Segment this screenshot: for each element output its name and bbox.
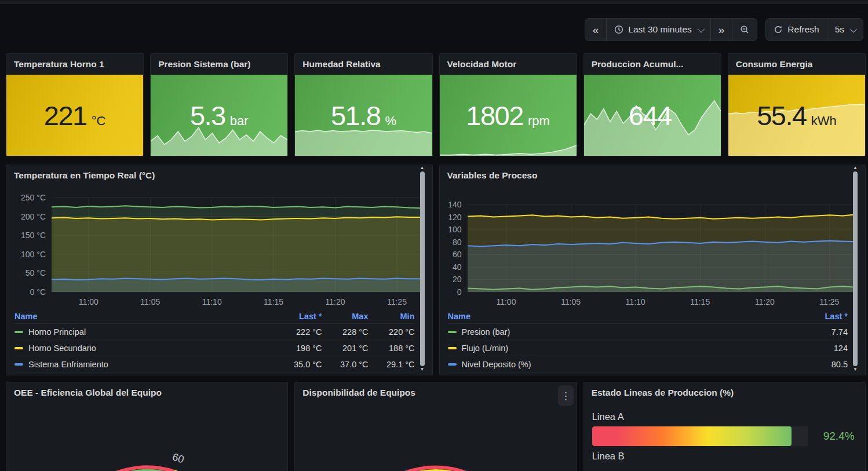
legend-series-name[interactable]: Flujo (L/min) <box>448 344 802 353</box>
x-axis-tick-label: 11:15 <box>690 297 710 306</box>
legend-series-name[interactable]: Horno Principal <box>14 327 276 337</box>
y-axis-tick-label: 140 <box>448 200 461 209</box>
scrollbar-thumb[interactable] <box>853 171 858 366</box>
stat-number: 1802 <box>466 102 523 129</box>
scrollbar-thumb[interactable] <box>420 171 425 366</box>
y-axis-tick-label: 150 °C <box>21 231 46 240</box>
legend-header-col[interactable]: Max <box>322 312 369 321</box>
stat-value: 221 °C <box>44 102 106 129</box>
stat-number: 221 <box>44 102 87 129</box>
timeseries-row: Temperatura en Tiempo Real (°C) 250 °C20… <box>6 165 866 375</box>
panel-title[interactable]: Disponibilidad de Equipos <box>295 382 576 403</box>
panel-title[interactable]: Presion Sistema (bar) <box>151 54 287 75</box>
gauge-panel-oee: OEE - Eficiencia Global del Equipo 60 <box>6 382 288 471</box>
y-axis-tick-label: 200 °C <box>21 212 46 221</box>
legend-header: NameLast *MaxMin <box>14 309 415 324</box>
stat-unit: rpm <box>528 114 550 129</box>
legend-row: Sistema Enfriamiento35.0 °C37.0 °C29.1 °… <box>14 356 415 373</box>
stat-value: 51.8 % <box>331 102 396 129</box>
scroll-down-icon[interactable]: ▼ <box>853 367 858 373</box>
legend-series-swatch-icon[interactable] <box>448 331 457 333</box>
panel-title[interactable]: Variables de Proceso <box>440 165 866 186</box>
legend-header-name[interactable]: Name <box>448 312 802 321</box>
x-axis-tick-label: 11:25 <box>819 297 839 306</box>
legend-series-name[interactable]: Horno Secundario <box>14 344 276 353</box>
legend-series-name[interactable]: Presion (bar) <box>448 327 802 337</box>
legend-series-name[interactable]: Sistema Enfriamiento <box>14 360 276 369</box>
refresh-interval-dropdown[interactable]: 5s <box>827 19 863 41</box>
stat-unit: kWh <box>811 114 837 129</box>
stat-body: 55.4 kWh <box>728 75 865 156</box>
bar-fill <box>592 426 792 446</box>
time-shift-back-button[interactable]: « <box>585 19 607 41</box>
top-nav-strip <box>0 0 868 4</box>
panel-title[interactable]: Estado Lineas de Produccion (%) <box>584 382 865 403</box>
refresh-button[interactable]: Refresh <box>766 19 826 41</box>
stat-number: 55.4 <box>757 102 806 129</box>
legend-series-swatch-icon[interactable] <box>448 347 457 349</box>
time-controls-group: « Last 30 minutes » <box>585 18 758 41</box>
legend-series-swatch-icon[interactable] <box>448 363 457 366</box>
legend-value: 124 <box>801 344 848 353</box>
legend-value: 198 °C <box>276 344 322 353</box>
legend-row: Presion (bar)7.74 <box>448 324 848 340</box>
stat-unit: bar <box>230 114 249 129</box>
chevrons-right-icon: » <box>719 24 725 35</box>
refresh-interval-value: 5s <box>835 24 844 35</box>
y-axis-tick-label: 50 °C <box>25 268 46 278</box>
stat-panel-produccion: Produccion Acumul... 644 <box>583 53 721 156</box>
scroll-up-icon[interactable]: ▲ <box>420 165 425 171</box>
stat-number: 51.8 <box>331 102 380 129</box>
legend-value: 35.0 °C <box>276 360 322 369</box>
bar-value: 92.4% <box>823 430 855 443</box>
refresh-icon <box>774 25 783 34</box>
timeseries-panel-variables: Variables de Proceso 1401201008060402001… <box>439 165 866 375</box>
stat-panel-consumo: Consumo Energia 55.4 kWh <box>728 53 866 156</box>
stat-body: 51.8 % <box>295 75 432 156</box>
legend-header-col[interactable]: Min <box>369 312 415 321</box>
y-axis-tick-label: 120 <box>448 213 461 222</box>
legend-header-col[interactable]: Last * <box>801 312 848 321</box>
panel-title[interactable]: Velocidad Motor <box>440 54 577 75</box>
legend-series-swatch-icon[interactable] <box>14 331 23 333</box>
panel-title[interactable]: Humedad Relativa <box>295 54 432 75</box>
scroll-up-icon[interactable]: ▲ <box>853 165 858 171</box>
legend-series-swatch-icon[interactable] <box>14 363 23 366</box>
time-range-picker[interactable]: Last 30 minutes <box>606 19 710 41</box>
panel-title[interactable]: Temperatura Horno 1 <box>6 54 143 75</box>
panel-title[interactable]: Consumo Energia <box>728 54 865 75</box>
time-shift-forward-button[interactable]: » <box>710 19 732 41</box>
legend-scrollbar[interactable]: ▲ ▼ <box>420 165 425 373</box>
legend-series-swatch-icon[interactable] <box>14 347 23 349</box>
y-axis-tick-label: 0 °C <box>30 287 46 297</box>
legend-value: 7.74 <box>801 327 848 337</box>
stat-number: 644 <box>629 102 672 129</box>
scroll-down-icon[interactable]: ▼ <box>420 367 425 373</box>
stat-panel-row: Temperatura Horno 1 221 °C Presion Siste… <box>6 53 866 156</box>
y-axis-tick-label: 20 <box>453 275 462 284</box>
legend-scrollbar[interactable]: ▲ ▼ <box>852 165 858 373</box>
panel-title[interactable]: Produccion Acumul... <box>584 54 721 75</box>
legend-row: Horno Principal222 °C228 °C220 °C <box>14 324 415 340</box>
legend-table: NameLast *MaxMinHorno Principal222 °C228… <box>14 309 415 374</box>
stat-body: 1802 rpm <box>440 75 577 156</box>
y-axis-tick-label: 80 <box>453 238 462 247</box>
x-axis-tick-label: 11:05 <box>561 297 581 306</box>
line-chart <box>52 198 422 292</box>
stat-body: 5.3 bar <box>151 75 287 156</box>
panel-title[interactable]: Temperatura en Tiempo Real (°C) <box>6 165 432 186</box>
bar-row: 92.4% <box>592 426 857 446</box>
legend-value: 228 °C <box>322 327 369 337</box>
legend-header-col[interactable]: Last * <box>276 312 322 321</box>
legend-value: 220 °C <box>369 327 415 337</box>
legend-value: 188 °C <box>369 344 415 353</box>
line-chart <box>468 205 856 292</box>
legend-header-name[interactable]: Name <box>14 312 276 321</box>
zoom-out-time-button[interactable] <box>732 19 757 41</box>
time-range-label: Last 30 minutes <box>628 24 691 35</box>
legend-series-name[interactable]: Nivel Deposito (%) <box>448 360 802 369</box>
stat-value: 1802 rpm <box>466 102 549 129</box>
panel-title[interactable]: OEE - Eficiencia Global del Equipo <box>6 382 287 403</box>
zoom-out-icon <box>740 25 749 34</box>
refresh-label: Refresh <box>787 24 819 35</box>
